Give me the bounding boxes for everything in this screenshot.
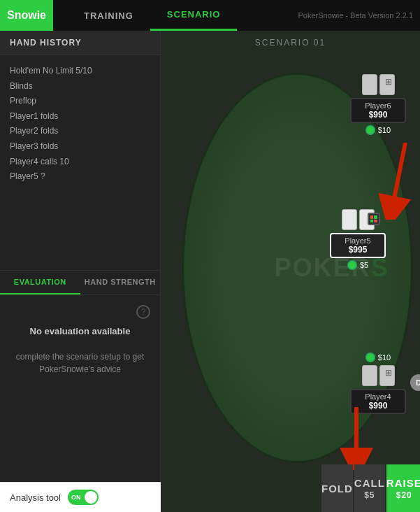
history-item: Preflop bbox=[10, 94, 150, 109]
history-item: Player5 ? bbox=[10, 169, 150, 185]
eval-area: ? No evaluation available complete the s… bbox=[0, 295, 160, 513]
expand-icon[interactable]: ⊞ bbox=[385, 368, 392, 378]
player4-stack: $990 bbox=[359, 401, 398, 411]
dealer-button: D bbox=[410, 374, 420, 391]
hand-history-content: Hold'em No Limit 5/10 Blinds Preflop Pla… bbox=[0, 55, 160, 270]
toggle-knob bbox=[85, 491, 97, 504]
tab-evaluation[interactable]: EVALUATION bbox=[0, 271, 80, 294]
eval-subtext: complete the scenario setup to get Poker… bbox=[10, 350, 150, 376]
tab-scenario[interactable]: SCENARIO bbox=[150, 0, 238, 31]
top-bar: Snowie TRAINING SCENARIO PokerSnowie - B… bbox=[0, 0, 420, 31]
player4-card1 bbox=[362, 365, 377, 386]
chip-dot bbox=[365, 353, 375, 362]
toggle-on-label: ON bbox=[71, 494, 81, 501]
chip-dot bbox=[347, 260, 357, 270]
player5-info: Player5 $995 bbox=[330, 233, 386, 258]
card-action-icon bbox=[368, 213, 380, 225]
analysis-tool-toggle[interactable]: ON bbox=[68, 490, 99, 505]
scenario-label: SCENARIO 01 bbox=[161, 31, 420, 48]
history-item: Hold'em No Limit 5/10 bbox=[10, 64, 150, 79]
player6-info: Player6 $990 bbox=[350, 98, 406, 123]
raise-button[interactable]: RAISE $20 bbox=[386, 464, 420, 512]
fold-button[interactable]: FOLD bbox=[321, 464, 353, 512]
info-icon[interactable]: ? bbox=[136, 305, 150, 319]
player4-name: Player4 bbox=[359, 392, 398, 401]
player4-info: Player4 $990 bbox=[350, 389, 406, 414]
tab-hand-strength[interactable]: HAND STRENGTH bbox=[80, 271, 161, 294]
tab-training[interactable]: TRAINING bbox=[67, 0, 150, 31]
app-logo: Snowie bbox=[0, 0, 53, 31]
history-item: Player2 folds bbox=[10, 124, 150, 139]
player5-stack: $995 bbox=[338, 245, 377, 255]
player5-name: Player5 bbox=[338, 236, 377, 245]
history-item: Player1 folds bbox=[10, 109, 150, 125]
bottom-tabs: EVALUATION HAND STRENGTH bbox=[0, 270, 160, 295]
left-panel: HAND HISTORY Hold'em No Limit 5/10 Blind… bbox=[0, 31, 161, 512]
player6-card1 bbox=[362, 74, 377, 95]
player6-name: Player6 bbox=[359, 101, 398, 110]
player4-box: $10 ⊞ Player4 $990 D bbox=[350, 350, 406, 414]
history-item: Player3 folds bbox=[10, 139, 150, 155]
expand-icon[interactable]: ⊞ bbox=[385, 77, 392, 87]
player5-card1 bbox=[342, 209, 357, 230]
version-label: PokerSnowie - Beta Version 2.2.1 bbox=[298, 11, 413, 20]
action-buttons: FOLD CALL $5 RAISE $20 bbox=[321, 464, 420, 512]
analysis-tool-bar: Analysis tool ON bbox=[0, 482, 161, 512]
hand-history-header: HAND HISTORY bbox=[0, 31, 160, 55]
player5-box: Player5 $995 $5 bbox=[330, 209, 386, 270]
player6-stack: $990 bbox=[359, 110, 398, 120]
history-item: Blinds bbox=[10, 79, 150, 94]
player6-box: ⊞ Player6 $990 $10 bbox=[350, 74, 406, 135]
player6-chip: $10 bbox=[365, 125, 391, 135]
call-button[interactable]: CALL $5 bbox=[354, 464, 385, 512]
game-area: SCENARIO 01 POKERS ⊞ Player6 $990 $10 bbox=[161, 31, 420, 512]
player4-chip-top: $10 bbox=[365, 353, 391, 362]
main-nav: TRAINING SCENARIO bbox=[67, 0, 237, 31]
analysis-tool-label: Analysis tool bbox=[10, 492, 61, 503]
player5-chip: $5 bbox=[347, 260, 368, 270]
history-item: Player4 calls 10 bbox=[10, 155, 150, 170]
main-layout: HAND HISTORY Hold'em No Limit 5/10 Blind… bbox=[0, 31, 420, 512]
eval-message: No evaluation available bbox=[10, 326, 150, 336]
chip-dot bbox=[365, 125, 375, 135]
